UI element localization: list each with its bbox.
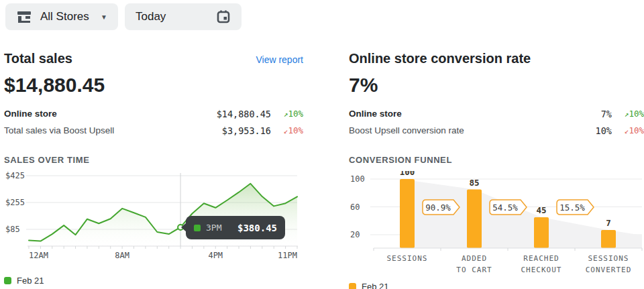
svg-text:ADDED: ADDED: [462, 254, 487, 263]
metric-delta-value: 10%: [629, 109, 644, 119]
legend-label: Feb 21: [362, 282, 388, 289]
metric-value: 10%: [596, 125, 612, 136]
svg-text:CONVERTED: CONVERTED: [586, 266, 632, 274]
svg-text:100: 100: [400, 171, 415, 177]
conversion-funnel-chart-area: 10060201008545790.9%54.5%15.5%SESSIONSAD…: [349, 171, 644, 276]
chevron-down-icon: ▼: [101, 13, 107, 21]
metric-delta-value: 10%: [288, 125, 303, 135]
metric-label: Online store: [4, 109, 57, 119]
calendar-icon: [216, 9, 231, 24]
dashboard: Total sales View report $14,880.45 Onlin…: [0, 34, 644, 289]
total-sales-card: Total sales View report $14,880.45 Onlin…: [4, 51, 303, 289]
legend-label: Feb 21: [17, 276, 44, 286]
svg-text:54.5%: 54.5%: [492, 203, 518, 213]
svg-text:TO CART: TO CART: [456, 266, 492, 274]
metric-label: Online store: [349, 109, 402, 119]
section-title: CONVERSION FUNNEL: [349, 155, 644, 165]
metric-delta: ↙10%: [271, 125, 303, 135]
total-sales-value: $14,880.45: [4, 74, 303, 97]
tooltip-series-swatch: [194, 225, 201, 231]
date-range-button[interactable]: Today: [125, 3, 241, 30]
svg-text:CHECKOUT: CHECKOUT: [521, 266, 562, 274]
conversion-rate-value: 7%: [349, 74, 644, 97]
svg-text:11PM: 11PM: [278, 251, 297, 260]
chart-legend: Feb 21: [349, 282, 644, 289]
metric-value: $14,880.45: [217, 109, 271, 119]
legend-swatch: [349, 283, 356, 289]
chart-legend: Feb 21: [4, 276, 303, 286]
metric-label: Total sales via Boost Upsell: [4, 125, 114, 135]
svg-text:100: 100: [350, 174, 365, 184]
metric-delta-value: 10%: [288, 109, 303, 119]
svg-text:85: 85: [469, 178, 479, 188]
svg-text:$425: $425: [5, 171, 25, 180]
svg-text:12AM: 12AM: [29, 251, 48, 260]
view-report-link[interactable]: View report: [256, 54, 303, 65]
filters-toolbar: All Stores ▼ Today: [0, 0, 644, 34]
metric-value: $3,953.16: [222, 125, 271, 136]
svg-text:REACHED: REACHED: [523, 254, 559, 263]
svg-text:60: 60: [350, 203, 360, 212]
metric-delta: ↙10%: [612, 125, 644, 135]
svg-text:$255: $255: [5, 198, 25, 207]
date-range-label: Today: [136, 10, 166, 23]
svg-text:90.9%: 90.9%: [425, 203, 451, 213]
sales-over-time-chart-area: $425$255$8512AM8AM4PM11PM 3PM $380.45: [4, 171, 303, 264]
svg-text:4PM: 4PM: [208, 251, 223, 260]
metric-delta: ↗10%: [612, 109, 644, 119]
card-title: Total sales: [4, 51, 72, 66]
metric-delta-value: 10%: [629, 125, 644, 135]
metric-delta: ↗10%: [271, 109, 303, 119]
tooltip-time-label: 3PM: [206, 223, 221, 233]
svg-text:15.5%: 15.5%: [559, 203, 585, 213]
svg-text:SESSIONS: SESSIONS: [387, 254, 428, 263]
metric-row: Total sales via Boost Upsell $3,953.16 ↙…: [4, 122, 303, 139]
metric-row: Boost Upsell conversion rate 10% ↙10%: [349, 122, 644, 139]
svg-text:$85: $85: [5, 225, 20, 234]
tooltip-value: $380.45: [237, 223, 277, 233]
legend-swatch: [4, 277, 11, 284]
svg-text:7: 7: [606, 218, 611, 228]
store-selector-button[interactable]: All Stores ▼: [5, 3, 118, 30]
conversion-rate-card: Online store conversion rate 7% Online s…: [349, 51, 644, 289]
metric-row: Online store $14,880.45 ↗10%: [4, 105, 303, 122]
svg-text:45: 45: [536, 205, 546, 215]
store-selector-label: All Stores: [40, 10, 89, 23]
conversion-funnel-chart[interactable]: 10060201008545790.9%54.5%15.5%SESSIONSAD…: [349, 171, 644, 276]
svg-text:20: 20: [350, 230, 360, 239]
metric-label: Boost Upsell conversion rate: [349, 125, 464, 135]
metric-row: Online store 7% ↗10%: [349, 105, 644, 122]
svg-text:8AM: 8AM: [115, 251, 129, 260]
svg-text:SESSIONS: SESSIONS: [588, 254, 629, 263]
section-title: SALES OVER TIME: [4, 155, 303, 165]
chart-tooltip: 3PM $380.45: [186, 216, 285, 239]
metric-value: 7%: [601, 109, 612, 119]
card-title: Online store conversion rate: [349, 51, 531, 66]
storefront-icon: [16, 9, 32, 25]
